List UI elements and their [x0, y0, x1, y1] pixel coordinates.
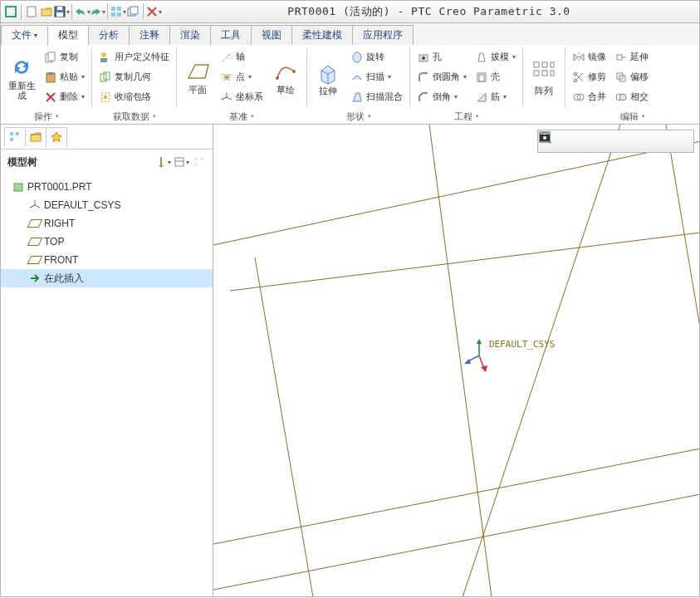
- perspective-icon[interactable]: [654, 132, 673, 150]
- rib-icon: [475, 91, 488, 104]
- ribbon-group-edit: 镜像 修剪 合并 延伸 偏移 相交 编辑: [565, 45, 699, 124]
- udf-button[interactable]: 用户定义特征: [95, 47, 173, 66]
- tab-tools[interactable]: 工具: [210, 25, 252, 45]
- close-win-icon[interactable]: [147, 5, 160, 18]
- revolve-button[interactable]: 旋转: [347, 47, 406, 66]
- model-tree-tab[interactable]: [4, 127, 26, 147]
- ribbon-tabs: 文件 ▾ 模型 分析 注释 渲染 工具 视图 柔性建模 应用程序: [0, 23, 700, 45]
- delete-button[interactable]: 删除: [41, 87, 88, 106]
- svg-rect-0: [6, 7, 16, 17]
- tree-item-insert[interactable]: 在此插入: [1, 269, 213, 287]
- merge-button[interactable]: 合并: [569, 87, 609, 106]
- svg-marker-69: [477, 339, 482, 344]
- mirror-button[interactable]: 镜像: [569, 47, 609, 66]
- tree-root[interactable]: PRT0001.PRT: [1, 178, 213, 196]
- axis-icon: [220, 51, 233, 64]
- new-icon[interactable]: [25, 5, 38, 18]
- copy-button[interactable]: 复制: [41, 47, 88, 66]
- svg-point-26: [292, 70, 296, 73]
- shrinkwrap-button[interactable]: 收缩包络: [95, 87, 173, 106]
- ribbon-group-label[interactable]: 基准: [180, 109, 303, 124]
- repaint-icon[interactable]: [597, 132, 615, 150]
- shrinkwrap-icon: [99, 91, 112, 104]
- tree-settings-icon[interactable]: [174, 155, 188, 169]
- trim-button[interactable]: 修剪: [569, 67, 609, 86]
- tree-item-top[interactable]: TOP: [1, 233, 213, 251]
- shell-button[interactable]: 壳: [472, 67, 519, 86]
- swept-blend-icon: [350, 91, 364, 104]
- point-button[interactable]: 点: [217, 67, 267, 86]
- tree-tools-icon[interactable]: [156, 155, 169, 169]
- svg-rect-4: [57, 7, 62, 10]
- graphics-canvas[interactable]: DEFAULT_CSYS: [213, 125, 699, 596]
- axis-button[interactable]: 轴: [217, 47, 267, 66]
- ribbon-group-label[interactable]: 工程: [414, 109, 519, 124]
- datum-planes: [213, 125, 699, 596]
- svg-point-15: [101, 52, 106, 57]
- screenshot-icon[interactable]: [673, 132, 692, 150]
- undo-icon[interactable]: [76, 5, 89, 18]
- copy-geom-button[interactable]: 复制几何: [95, 67, 173, 86]
- hole-button[interactable]: 孔: [414, 47, 470, 66]
- save-icon[interactable]: [55, 5, 68, 18]
- csys-button[interactable]: 坐标系: [217, 87, 267, 106]
- app-icon[interactable]: [4, 5, 17, 18]
- saved-views-icon[interactable]: [635, 132, 653, 150]
- extend-button[interactable]: 延伸: [611, 47, 652, 66]
- paste-button[interactable]: 粘贴: [41, 67, 88, 86]
- windows-icon[interactable]: [126, 5, 140, 18]
- ribbon-group-label[interactable]: 操作: [4, 109, 88, 124]
- plane-button[interactable]: 平面: [180, 47, 215, 109]
- tree-item-csys[interactable]: DEFAULT_CSYS: [1, 196, 213, 214]
- ribbon: 重新生成 复制 粘贴 删除 操作 用户定义特征 复制几何 收缩包络 获取数据 平…: [0, 45, 700, 125]
- regenerate-button[interactable]: 重新生成: [4, 47, 39, 109]
- sketch-button[interactable]: 草绘: [268, 47, 303, 109]
- divider: [107, 4, 108, 19]
- open-icon[interactable]: [40, 5, 53, 18]
- tab-view[interactable]: 视图: [251, 25, 292, 45]
- redo-icon[interactable]: [91, 5, 104, 18]
- tree-item-right[interactable]: RIGHT: [1, 214, 213, 233]
- round-button[interactable]: 倒圆角: [414, 67, 470, 86]
- tab-file[interactable]: 文件 ▾: [1, 25, 48, 45]
- svg-rect-37: [551, 71, 554, 76]
- intersect-icon: [614, 91, 628, 104]
- regen-icon[interactable]: [111, 5, 125, 18]
- tab-render[interactable]: 渲染: [169, 25, 211, 45]
- svg-rect-10: [130, 7, 138, 14]
- pattern-button[interactable]: 阵列: [526, 47, 561, 109]
- svg-rect-6: [117, 7, 121, 11]
- display-style-icon[interactable]: [616, 132, 634, 150]
- plane-icon: [27, 219, 43, 228]
- folder-tab[interactable]: [25, 127, 47, 147]
- sweep-button[interactable]: 扫描: [347, 67, 406, 86]
- tree-item-front[interactable]: FRONT: [1, 251, 213, 269]
- favorites-tab[interactable]: [46, 127, 67, 147]
- tab-analysis[interactable]: 分析: [88, 25, 130, 45]
- svg-rect-49: [16, 132, 19, 135]
- copy-icon: [44, 51, 57, 64]
- point-icon: [220, 71, 233, 84]
- extrude-button[interactable]: 拉伸: [311, 47, 345, 109]
- ribbon-group-getdata: 用户定义特征 复制几何 收缩包络 获取数据: [92, 45, 176, 124]
- tree-search-icon[interactable]: [193, 155, 206, 169]
- svg-line-63: [230, 233, 699, 291]
- tab-model[interactable]: 模型: [47, 25, 89, 45]
- rib-button[interactable]: 筋: [472, 87, 519, 106]
- zoom-in-icon[interactable]: [559, 132, 577, 150]
- svg-line-66: [213, 448, 699, 544]
- chamfer-button[interactable]: 倒角: [414, 87, 470, 106]
- svg-rect-54: [200, 157, 203, 160]
- tab-flex[interactable]: 柔性建模: [291, 25, 353, 45]
- tab-annotate[interactable]: 注释: [129, 25, 170, 45]
- intersect-button[interactable]: 相交: [611, 87, 652, 106]
- offset-button[interactable]: 偏移: [611, 67, 652, 86]
- zoom-out-icon[interactable]: [578, 132, 596, 150]
- ribbon-group-label[interactable]: 编辑: [569, 109, 696, 124]
- ribbon-group-label[interactable]: 获取数据: [95, 109, 173, 124]
- ribbon-group-label[interactable]: 形状: [311, 109, 406, 124]
- shell-icon: [475, 71, 488, 84]
- draft-button[interactable]: 拔模: [472, 47, 519, 66]
- swept-blend-button[interactable]: 扫描混合: [347, 87, 406, 106]
- tab-apps[interactable]: 应用程序: [352, 25, 414, 45]
